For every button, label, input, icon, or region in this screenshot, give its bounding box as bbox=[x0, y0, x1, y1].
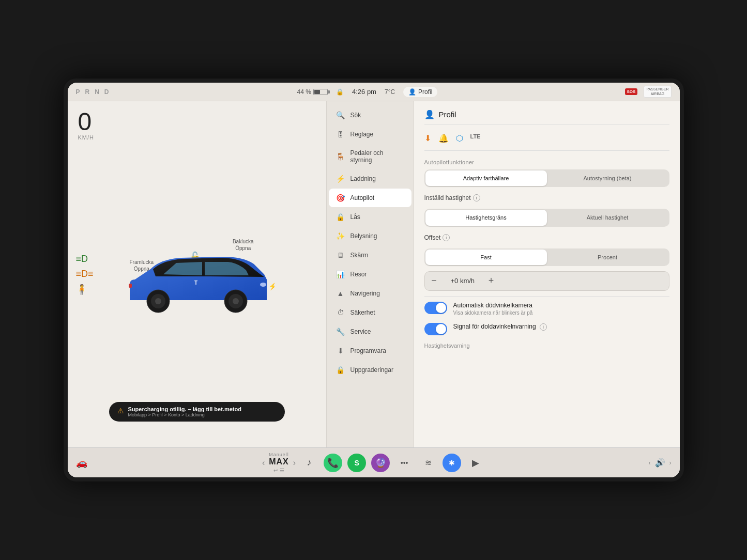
bluetooth-app-button[interactable]: ✱ bbox=[443, 454, 461, 472]
menu-item-sakerhet[interactable]: ⏱ Säkerhet bbox=[329, 303, 411, 322]
car-home-icon[interactable]: 🚗 bbox=[76, 457, 87, 469]
sos-badge[interactable]: SOS bbox=[625, 88, 638, 95]
seg-aktuell-label: Aktuell hastighet bbox=[587, 214, 629, 221]
settings-header: 👤 Profil bbox=[424, 110, 669, 125]
menu-label-programvara: Programvara bbox=[350, 347, 386, 354]
bluetooth-icon[interactable]: ⬡ bbox=[456, 133, 463, 143]
main-screen: P R N D 44 % 🔒 4:26 pm 7°C 👤 Profil bbox=[68, 83, 680, 477]
menu-item-autopilot[interactable]: 🎯 Autopilot bbox=[329, 189, 411, 207]
menu-item-laddning[interactable]: ⚡ Laddning bbox=[329, 169, 411, 188]
notification-bell-icon[interactable]: 🔔 bbox=[438, 133, 449, 143]
main-content: 0 KM/H ≡D ≡D≡ 🧍 Framlucka Öppna bbox=[68, 101, 680, 447]
menu-item-las[interactable]: 🔒 Lås bbox=[329, 208, 411, 226]
p-gear[interactable]: P bbox=[76, 88, 81, 96]
settings-header-icon: 👤 bbox=[424, 110, 435, 119]
d-gear[interactable]: D bbox=[104, 88, 110, 96]
installed-speed-row: Inställd hastighet i bbox=[424, 194, 669, 201]
seg-btn-procent[interactable]: Procent bbox=[547, 250, 668, 265]
car-container: Framlucka Öppna 🔓 Baklucka Öppna bbox=[73, 106, 321, 442]
notification-bar[interactable]: ⚠ Supercharging otillig. – lägg till bet… bbox=[109, 402, 285, 422]
prev-arrow-icon[interactable]: ‹ bbox=[649, 459, 651, 466]
more-apps-button[interactable]: ••• bbox=[395, 454, 414, 472]
media-play-button[interactable]: ▶ bbox=[466, 454, 485, 472]
svg-rect-1 bbox=[129, 284, 132, 288]
service-icon: 🔧 bbox=[336, 328, 345, 336]
profile-icons-row: ⬇ 🔔 ⬡ LTE bbox=[424, 133, 669, 151]
next-track-button[interactable]: › bbox=[293, 458, 296, 468]
phone-app-button[interactable]: 📞 bbox=[324, 454, 342, 472]
prev-track-button[interactable]: ‹ bbox=[262, 458, 265, 468]
stepper-increment-icon: + bbox=[489, 275, 494, 286]
stepper-increment-button[interactable]: + bbox=[482, 272, 500, 290]
music-app-button[interactable]: ♪ bbox=[300, 454, 318, 472]
tidal-icon: ≋ bbox=[425, 458, 432, 468]
tidal-app-button[interactable]: ≋ bbox=[419, 454, 437, 472]
bottom-bar: 🚗 ‹ Manuell MAX ↩ ☰ › ♪ bbox=[68, 447, 680, 477]
menu-item-sok[interactable]: 🔍 Sök bbox=[329, 106, 411, 125]
settings-title: Profil bbox=[439, 110, 456, 119]
menu-item-skarm[interactable]: 🖥 Skärm bbox=[329, 246, 411, 265]
notification-text: Supercharging otillig. – lägg till bet.m… bbox=[128, 406, 241, 417]
controls-icon: 🎛 bbox=[336, 130, 345, 138]
blind-spot-warning-toggle[interactable] bbox=[424, 323, 447, 335]
autopilot-icon: 🎯 bbox=[336, 194, 345, 202]
menu-item-programvara[interactable]: ⬇ Programvara bbox=[329, 341, 411, 360]
notification-title: Supercharging otillig. – lägg till bet.m… bbox=[128, 406, 241, 412]
music-label-area: Manuell MAX ↩ ☰ bbox=[269, 452, 289, 473]
speed-stepper: − +0 km/h + bbox=[424, 271, 669, 291]
menu-item-resor[interactable]: 📊 Resor bbox=[329, 265, 411, 284]
seg-btn-aktuell[interactable]: Aktuell hastighet bbox=[547, 210, 668, 225]
seg-btn-hastighetsgrens[interactable]: Hastighetsgräns bbox=[425, 210, 547, 225]
camera-app-button[interactable]: 🔮 bbox=[371, 454, 390, 472]
passenger-airbag-badge: PASSENGER AIRBAG bbox=[644, 86, 671, 98]
offset-row: Offset i bbox=[424, 234, 669, 241]
menu-label-service: Service bbox=[350, 328, 371, 335]
menu-item-reglage[interactable]: 🎛 Reglage bbox=[329, 125, 411, 144]
menu-label-pedaler: Pedaler och styrning bbox=[350, 149, 404, 164]
charging-icon: ⚡ bbox=[336, 175, 345, 183]
menu-item-pedaler[interactable]: 🪑 Pedaler och styrning bbox=[329, 144, 411, 169]
installed-speed-info-icon[interactable]: i bbox=[473, 194, 480, 201]
menu-item-navigering[interactable]: ▲ Navigering bbox=[329, 284, 411, 303]
download-icon[interactable]: ⬇ bbox=[424, 133, 431, 143]
spotify-app-button[interactable]: S bbox=[347, 454, 366, 472]
installed-speed-text: Inställd hastighet bbox=[424, 194, 471, 201]
screen-bezel: P R N D 44 % 🔒 4:26 pm 7°C 👤 Profil bbox=[64, 79, 684, 481]
autopilot-functions-label: Autopilotfunktioner bbox=[424, 159, 669, 165]
trips-icon: 📊 bbox=[336, 270, 345, 278]
offset-control: Fast Procent bbox=[424, 248, 669, 266]
stepper-decrement-icon: − bbox=[431, 275, 437, 286]
spotify-icon: S bbox=[354, 459, 359, 467]
seg-btn-autostyrning[interactable]: Autostyrning (beta) bbox=[547, 170, 668, 186]
next-arrow-icon[interactable]: › bbox=[669, 459, 672, 466]
toggle2-info-icon[interactable]: i bbox=[540, 323, 547, 331]
repeat-icon: ↩ bbox=[273, 468, 278, 473]
menu-item-service[interactable]: 🔧 Service bbox=[329, 322, 411, 341]
menu-label-sok: Sök bbox=[350, 112, 361, 119]
menu-item-uppgraderingar[interactable]: 🔒 Uppgraderingar bbox=[329, 361, 411, 379]
battery-indicator: 44 % bbox=[297, 88, 328, 96]
lte-icon: LTE bbox=[470, 133, 481, 143]
autopilot-functions-control: Adaptiv farthållare Autostyrning (beta) bbox=[424, 169, 669, 187]
n-gear[interactable]: N bbox=[95, 88, 100, 96]
blind-spot-warning-text: Signal för doldavinkelnvarning bbox=[453, 323, 536, 330]
seg-btn-fast[interactable]: Fast bbox=[425, 250, 547, 265]
menu-label-resor: Resor bbox=[350, 271, 367, 278]
offset-label: Offset i bbox=[424, 234, 450, 241]
svg-text:⚡: ⚡ bbox=[268, 282, 275, 291]
blind-spot-camera-title: Automatisk dödvinkelkamera bbox=[453, 302, 669, 309]
blind-spot-camera-toggle[interactable] bbox=[424, 302, 447, 314]
menu-label-reglage: Reglage bbox=[350, 131, 374, 138]
right-panel: 👤 Profil ⬇ 🔔 ⬡ LTE Autopilotfunktioner A… bbox=[414, 101, 680, 447]
profile-button[interactable]: 👤 Profil bbox=[403, 87, 437, 97]
r-gear[interactable]: R bbox=[85, 88, 91, 96]
menu-label-las: Lås bbox=[350, 213, 360, 221]
volume-icon[interactable]: 🔊 bbox=[655, 458, 665, 468]
offset-info-icon[interactable]: i bbox=[443, 234, 450, 241]
navigation-icon: ▲ bbox=[336, 289, 345, 298]
menu-item-belysning[interactable]: ✨ Belysning bbox=[329, 227, 411, 245]
seg-btn-adaptiv[interactable]: Adaptiv farthållare bbox=[425, 170, 547, 186]
lock-icon: 🔒 bbox=[336, 213, 345, 221]
phone-icon: 📞 bbox=[327, 457, 339, 469]
stepper-decrement-button[interactable]: − bbox=[425, 272, 444, 290]
